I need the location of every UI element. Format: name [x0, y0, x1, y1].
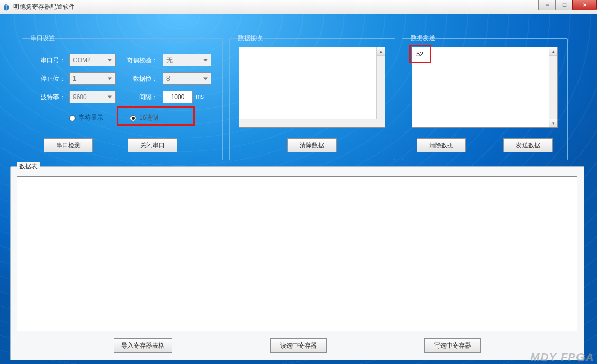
databits-combo[interactable]: 8 [163, 72, 211, 85]
window-title: 明德扬寄存器配置软件 [13, 3, 75, 11]
close-button[interactable]: ✕ [572, 0, 597, 10]
port-combo[interactable]: COM2 [69, 54, 116, 66]
stopbits-label: 停止位： [38, 74, 65, 83]
chevron-down-icon [203, 59, 208, 62]
baud-label: 波特率： [38, 93, 65, 102]
radio-icon [69, 115, 76, 121]
data-table-group: 数据表 导入寄存器表格 读选中寄存器 写选中寄存器 [10, 166, 584, 360]
close-port-button[interactable]: 关闭串口 [128, 138, 177, 152]
close-port-label: 关闭串口 [140, 141, 165, 150]
recv-group-title: 数据接收 [236, 34, 265, 43]
maximize-button[interactable]: ☐ [555, 0, 573, 10]
scroll-up-icon: ▴ [549, 47, 557, 56]
stopbits-combo[interactable]: 1 [69, 72, 116, 85]
scroll-down-icon: ▾ [549, 119, 557, 127]
minimize-button[interactable]: ━ [538, 0, 556, 10]
parity-value: 无 [166, 56, 173, 65]
read-register-button[interactable]: 读选中寄存器 [270, 338, 327, 353]
import-table-label: 导入寄存器表格 [121, 341, 164, 350]
close-icon: ✕ [583, 3, 587, 8]
write-register-label: 写选中寄存器 [434, 341, 471, 350]
port-label: 串口号： [38, 56, 65, 65]
port-value: COM2 [73, 56, 91, 64]
send-textarea[interactable]: 52 ▴ ▾ [412, 47, 558, 128]
send-content: 52 [412, 47, 557, 61]
serial-group-title: 串口设置 [28, 34, 57, 43]
send-data-label: 发送数据 [516, 141, 540, 150]
databits-value: 8 [166, 75, 170, 82]
serial-settings-group: 串口设置 串口号： COM2 奇偶校验： 无 停止位： 1 数据位： 8 波特率… [22, 38, 223, 160]
stopbits-value: 1 [73, 75, 77, 82]
interval-value: 1000 [171, 93, 185, 101]
char-display-radio[interactable]: 字符显示 [69, 113, 103, 122]
send-clear-label: 清除数据 [429, 141, 454, 150]
write-register-button[interactable]: 写选中寄存器 [424, 338, 481, 353]
baud-value: 9600 [73, 93, 87, 101]
import-table-button[interactable]: 导入寄存器表格 [114, 338, 172, 353]
parity-combo[interactable]: 无 [163, 54, 211, 66]
send-data-button[interactable]: 发送数据 [503, 138, 553, 152]
char-display-label: 字符显示 [79, 113, 103, 122]
interval-label: 间隔： [124, 93, 158, 102]
chevron-down-icon [108, 59, 112, 62]
scrollbar-vertical[interactable]: ▴ ▾ [549, 47, 557, 127]
send-clear-button[interactable]: 清除数据 [417, 138, 466, 152]
data-receive-group: 数据接收 ▴ ▾ 清除数据 [229, 38, 395, 160]
send-group-title: 数据发送 [408, 34, 437, 43]
recv-content [239, 47, 385, 51]
baud-combo[interactable]: 9600 [69, 91, 116, 103]
detect-port-button[interactable]: 串口检测 [44, 138, 93, 152]
interval-input[interactable]: 1000 [163, 91, 193, 103]
detect-port-label: 串口检测 [56, 141, 81, 150]
watermark-text: MDY FPGA [530, 351, 594, 364]
minimize-icon: ━ [546, 3, 549, 8]
app-icon [2, 3, 10, 11]
scrollbar-vertical[interactable]: ▴ ▾ [376, 47, 385, 127]
hex-display-label: 16进制 [139, 113, 158, 122]
hex-display-radio[interactable]: 16进制 [130, 113, 158, 122]
chevron-down-icon [203, 78, 208, 80]
window-controls: ━ ☐ ✕ [539, 0, 597, 10]
read-register-label: 读选中寄存器 [280, 341, 317, 350]
scrollbar-horizontal[interactable] [239, 119, 385, 127]
data-send-group: 数据发送 52 ▴ ▾ 清除数据 发送数据 [402, 38, 568, 160]
title-bar: 明德扬寄存器配置软件 ━ ☐ ✕ [0, 0, 597, 14]
maximize-icon: ☐ [562, 3, 567, 8]
recv-clear-button[interactable]: 清除数据 [287, 138, 337, 152]
client-area: 串口设置 串口号： COM2 奇偶校验： 无 停止位： 1 数据位： 8 波特率… [0, 14, 597, 364]
radio-icon [130, 115, 136, 121]
parity-label: 奇偶校验： [124, 56, 158, 65]
interval-unit: ms [196, 93, 207, 100]
recv-textarea[interactable]: ▴ ▾ [239, 47, 385, 128]
table-button-row: 导入寄存器表格 读选中寄存器 写选中寄存器 [11, 338, 584, 353]
register-table[interactable] [17, 176, 577, 331]
chevron-down-icon [108, 78, 112, 80]
recv-clear-label: 清除数据 [300, 141, 324, 150]
table-group-title: 数据表 [17, 162, 40, 171]
scroll-up-icon: ▴ [377, 47, 385, 56]
databits-label: 数据位： [124, 74, 158, 83]
chevron-down-icon [108, 96, 112, 99]
